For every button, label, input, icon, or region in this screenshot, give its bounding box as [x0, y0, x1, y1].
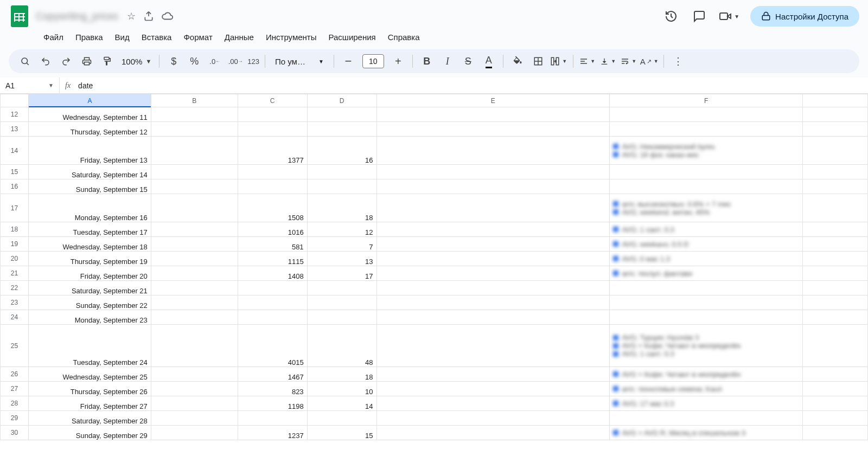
cell[interactable] — [151, 396, 238, 411]
cell[interactable] — [803, 310, 868, 325]
cell[interactable] — [376, 382, 610, 396]
cell[interactable]: 7 — [307, 237, 376, 252]
cell[interactable] — [610, 107, 803, 122]
more-toolbar-icon[interactable]: ⋮ — [669, 53, 687, 70]
row-header[interactable]: 20 — [1, 252, 29, 266]
cell[interactable]: Wednesday, September 11 — [28, 107, 151, 122]
cell[interactable] — [238, 281, 307, 295]
font-size-input[interactable]: 10 — [362, 54, 384, 68]
cell[interactable] — [376, 367, 610, 382]
cell[interactable] — [238, 165, 307, 179]
comment-icon[interactable] — [691, 8, 708, 25]
valign-icon[interactable]: ▼ — [599, 53, 617, 70]
menu-вставка[interactable]: Вставка — [136, 30, 177, 44]
font-selector[interactable]: По ум…▼ — [271, 57, 328, 66]
cell[interactable] — [376, 281, 610, 295]
cell[interactable] — [307, 310, 376, 325]
cell[interactable] — [151, 426, 238, 440]
cell[interactable] — [376, 266, 610, 281]
cell[interactable]: Sunday, September 29 — [28, 426, 151, 440]
cell[interactable]: AVG; Некоммерческий byresAVG; 18 фск; ка… — [610, 137, 803, 165]
cell[interactable]: 10 — [307, 382, 376, 396]
cell[interactable] — [376, 222, 610, 237]
cell[interactable] — [151, 222, 238, 237]
menu-формат[interactable]: Формат — [178, 30, 218, 44]
cell[interactable]: AVG; 1 сант; 0.3 — [610, 222, 803, 237]
cell[interactable]: 4015 — [238, 325, 307, 367]
name-box[interactable]: A1▼ — [0, 78, 60, 93]
row-header[interactable]: 27 — [1, 382, 29, 396]
cell[interactable] — [376, 107, 610, 122]
cell[interactable] — [151, 107, 238, 122]
cell[interactable]: 581 — [238, 237, 307, 252]
cell[interactable] — [376, 165, 610, 179]
decrease-font-icon[interactable]: − — [340, 53, 357, 70]
cell[interactable] — [238, 295, 307, 310]
cell[interactable] — [151, 310, 238, 325]
cell[interactable] — [151, 194, 238, 222]
cell[interactable] — [376, 179, 610, 194]
row-header[interactable]: 16 — [1, 179, 29, 194]
row-header[interactable]: 21 — [1, 266, 29, 281]
cell[interactable] — [376, 237, 610, 252]
menu-справка[interactable]: Справка — [382, 30, 425, 44]
currency-icon[interactable]: $ — [165, 53, 182, 70]
spreadsheet-grid[interactable]: ABCDEF 12Wednesday, September 1113Thursd… — [0, 94, 868, 440]
cell[interactable] — [610, 122, 803, 137]
cell[interactable]: 13 — [307, 252, 376, 266]
cell[interactable] — [610, 295, 803, 310]
row-header[interactable]: 13 — [1, 122, 29, 137]
cell[interactable] — [151, 122, 238, 137]
move-icon[interactable] — [143, 11, 154, 22]
menu-расширения[interactable]: Расширения — [323, 30, 381, 44]
bold-icon[interactable]: B — [418, 53, 436, 70]
cell[interactable] — [376, 426, 610, 440]
cell[interactable]: 1508 — [238, 194, 307, 222]
cell[interactable] — [151, 281, 238, 295]
row-header[interactable]: 17 — [1, 194, 29, 222]
cell[interactable] — [803, 179, 868, 194]
cell[interactable]: 48 — [307, 325, 376, 367]
more-formats-icon[interactable]: 123 — [247, 53, 259, 70]
cell[interactable]: arm; технотевые семена; Kauri — [610, 382, 803, 396]
cell[interactable] — [803, 426, 868, 440]
col-header-E[interactable]: E — [376, 94, 610, 107]
cell[interactable] — [610, 411, 803, 426]
cell[interactable] — [803, 325, 868, 367]
zoom-selector[interactable]: 100%▼ — [119, 57, 154, 66]
cell[interactable]: 1408 — [238, 266, 307, 281]
cell[interactable] — [376, 137, 610, 165]
cell[interactable]: 1115 — [238, 252, 307, 266]
cell[interactable]: 16 — [307, 137, 376, 165]
wrap-icon[interactable]: ▼ — [620, 53, 637, 70]
search-icon[interactable] — [16, 53, 34, 70]
increase-font-icon[interactable]: + — [390, 53, 407, 70]
cell[interactable] — [610, 310, 803, 325]
cell[interactable]: Friday, September 20 — [28, 266, 151, 281]
row-header[interactable]: 14 — [1, 137, 29, 165]
italic-icon[interactable]: I — [439, 53, 456, 70]
percent-icon[interactable]: % — [186, 53, 203, 70]
cell[interactable] — [376, 396, 610, 411]
cell[interactable] — [803, 137, 868, 165]
cell[interactable] — [307, 165, 376, 179]
redo-icon[interactable] — [58, 53, 75, 70]
cell[interactable]: Wednesday, September 25 — [28, 367, 151, 382]
cell[interactable]: 18 — [307, 367, 376, 382]
cell[interactable]: Tuesday, September 24 — [28, 325, 151, 367]
cell[interactable] — [803, 122, 868, 137]
cell[interactable]: 1377 — [238, 137, 307, 165]
cell[interactable]: Thursday, September 12 — [28, 122, 151, 137]
cell[interactable]: 1016 — [238, 222, 307, 237]
cell[interactable]: 1467 — [238, 367, 307, 382]
cell[interactable] — [151, 137, 238, 165]
merge-cells-icon[interactable]: ▼ — [550, 53, 567, 70]
menu-правка[interactable]: Правка — [70, 30, 108, 44]
paint-format-icon[interactable] — [99, 53, 116, 70]
cell[interactable]: Wednesday, September 18 — [28, 237, 151, 252]
cell[interactable]: arm; высококотвых; 0.6% + 7 mесAVG; week… — [610, 194, 803, 222]
increase-decimal-icon[interactable]: .00→ — [227, 53, 244, 70]
cell[interactable] — [376, 411, 610, 426]
cell[interactable] — [803, 222, 868, 237]
cell[interactable]: 12 — [307, 222, 376, 237]
